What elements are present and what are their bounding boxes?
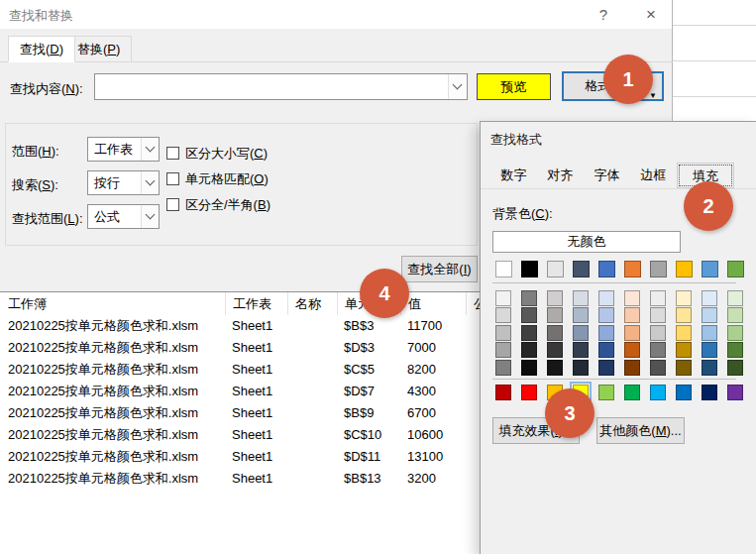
color-swatch-8eaadb[interactable]	[598, 325, 614, 341]
color-swatch-bdd7ee[interactable]	[702, 307, 717, 323]
color-swatch-bfbfbf[interactable]	[495, 325, 511, 341]
search-select[interactable]: 按行	[87, 170, 160, 195]
col-workbook[interactable]: 工作簿	[0, 292, 225, 315]
color-swatch-44546a[interactable]	[573, 261, 590, 277]
color-swatch-00b0f0[interactable]	[650, 385, 666, 400]
color-swatch-161616[interactable]	[547, 360, 563, 376]
search-dropdown[interactable]	[141, 171, 159, 194]
color-swatch-f4b183[interactable]	[624, 325, 640, 341]
color-swatch-e7e6e6[interactable]	[547, 261, 564, 277]
color-swatch-5b9bd5[interactable]	[702, 261, 718, 277]
color-swatch-333f50[interactable]	[573, 342, 589, 358]
color-swatch-375623[interactable]	[727, 360, 743, 376]
close-icon[interactable]: ×	[638, 4, 664, 26]
color-swatch-aeaaaa[interactable]	[547, 307, 563, 323]
no-color-button[interactable]: 无颜色	[492, 231, 681, 253]
color-swatch-002060[interactable]	[702, 385, 717, 400]
checkbox-match-case[interactable]: 区分大小写(C)	[166, 145, 268, 163]
color-swatch-dbdbdb[interactable]	[650, 307, 666, 323]
color-swatch-3a3838[interactable]	[547, 342, 563, 358]
color-swatch-f2f2f2[interactable]	[495, 290, 511, 306]
color-swatch-d9d9d9[interactable]	[495, 307, 511, 323]
color-swatch-ed7d31[interactable]	[624, 261, 641, 277]
tab-font[interactable]: 字体	[584, 163, 630, 188]
col-value[interactable]: 值	[400, 292, 466, 315]
tab-number[interactable]: 数字	[490, 163, 537, 188]
color-swatch-1f3864[interactable]	[598, 360, 614, 376]
find-all-button[interactable]: 查找全部(I)	[401, 256, 478, 282]
tab-border[interactable]: 边框	[630, 163, 677, 188]
tab-replace[interactable]: 替换(P)	[65, 36, 132, 62]
color-swatch-c9c9c9[interactable]	[650, 325, 666, 341]
color-swatch-e2efda[interactable]	[727, 290, 743, 306]
annotation-step-4: 4	[360, 269, 409, 318]
look-in-dropdown[interactable]	[141, 205, 159, 228]
color-swatch-833c00[interactable]	[624, 360, 640, 376]
color-swatch-7030a0[interactable]	[727, 385, 743, 400]
color-swatch-fbe5d6[interactable]	[624, 290, 640, 306]
format-preview-swatch: 预览	[477, 73, 551, 100]
color-swatch-c55a11[interactable]	[624, 342, 640, 358]
look-in-select[interactable]: 公式	[87, 204, 160, 229]
color-swatch-b4c6e7[interactable]	[598, 307, 614, 323]
color-swatch-c00000[interactable]	[495, 385, 511, 400]
tab-alignment[interactable]: 对齐	[537, 163, 584, 188]
color-swatch-4472c4[interactable]	[598, 261, 615, 277]
color-swatch-00b050[interactable]	[624, 385, 640, 400]
color-swatch-538135[interactable]	[727, 342, 743, 358]
color-swatch-ff0000[interactable]	[521, 385, 537, 400]
color-swatch-9dc3e6[interactable]	[702, 325, 717, 341]
color-swatch-f7cbac[interactable]	[624, 307, 640, 323]
tab-find[interactable]: 查找(D)	[8, 36, 75, 62]
color-swatch-404040[interactable]	[521, 325, 537, 341]
color-swatch-d6dce4[interactable]	[573, 290, 589, 306]
color-swatch-0070c0[interactable]	[676, 385, 692, 400]
color-swatch-c6e0b4[interactable]	[727, 307, 743, 323]
color-swatch-a6a6a6[interactable]	[495, 342, 511, 358]
checkbox-match-entire-cell[interactable]: 单元格匹配(O)	[166, 170, 269, 188]
color-swatch-8496b0[interactable]	[573, 325, 589, 341]
help-icon[interactable]: ?	[591, 4, 616, 26]
within-dropdown[interactable]	[141, 138, 159, 161]
checkbox-match-byte[interactable]: 区分全/半角(B)	[166, 196, 270, 214]
color-swatch-ffd966[interactable]	[676, 325, 692, 341]
color-swatch-808080[interactable]	[495, 360, 511, 376]
color-swatch-a5a5a5[interactable]	[650, 261, 667, 277]
background-color-label: 背景色(C):	[492, 205, 553, 223]
find-what-input[interactable]	[94, 73, 468, 100]
within-select[interactable]: 工作表	[87, 137, 160, 162]
color-swatch-92d050[interactable]	[598, 385, 614, 400]
color-swatch-bf9000[interactable]	[676, 342, 692, 358]
color-swatch-70ad47[interactable]	[727, 261, 744, 277]
color-swatch-757171[interactable]	[547, 325, 563, 341]
color-swatch-ededed[interactable]	[650, 290, 666, 306]
color-swatch-0d0d0d[interactable]	[521, 360, 537, 376]
color-swatch-525252[interactable]	[650, 360, 666, 376]
more-colors-button[interactable]: 其他颜色(M)...	[596, 417, 685, 444]
color-swatch-7f6000[interactable]	[676, 360, 692, 376]
color-swatch-2f5496[interactable]	[598, 342, 614, 358]
color-swatch-000000[interactable]	[521, 261, 538, 277]
color-swatch-1f4e79[interactable]	[702, 360, 717, 376]
color-swatch-222a35[interactable]	[573, 360, 589, 376]
annotation-step-2: 2	[684, 181, 733, 231]
col-name[interactable]: 名称	[287, 292, 337, 315]
color-swatch-2e75b6[interactable]	[702, 342, 717, 358]
color-swatch-262626[interactable]	[521, 342, 537, 358]
color-swatch-ffffff[interactable]	[495, 261, 512, 277]
color-swatch-d0cece[interactable]	[547, 290, 563, 306]
color-swatch-deebf7[interactable]	[702, 290, 717, 306]
color-swatch-7f7f7f[interactable]	[521, 290, 537, 306]
color-swatch-ffc000[interactable]	[676, 261, 693, 277]
color-swatch-7b7b7b[interactable]	[650, 342, 666, 358]
col-sheet[interactable]: 工作表	[225, 292, 287, 315]
annotation-step-3: 3	[545, 388, 594, 438]
color-swatch-595959[interactable]	[521, 307, 537, 323]
tab-find-label: 查找(	[20, 42, 50, 56]
color-swatch-ffe599[interactable]	[676, 307, 692, 323]
find-what-dropdown[interactable]	[448, 74, 467, 99]
color-swatch-acb9ca[interactable]	[573, 307, 589, 323]
color-swatch-a9d08e[interactable]	[727, 325, 743, 341]
color-swatch-fff2cc[interactable]	[676, 290, 692, 306]
color-swatch-d9e2f3[interactable]	[598, 290, 614, 306]
